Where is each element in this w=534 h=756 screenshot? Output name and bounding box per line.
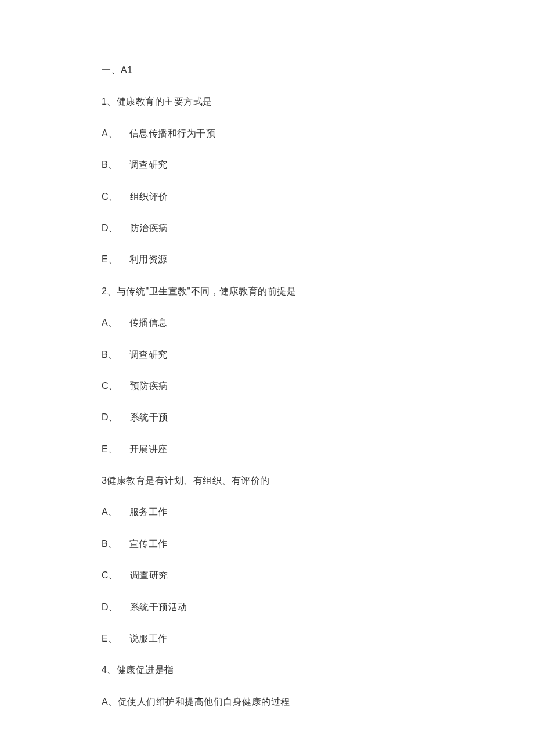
option-letter: C、 xyxy=(102,569,118,582)
option-text: 调查研究 xyxy=(129,350,168,359)
option-text: 利用资源 xyxy=(129,254,168,264)
section-header: 一、A1 xyxy=(102,64,432,77)
option-text: 宣传工作 xyxy=(129,539,168,549)
option-text: 系统干预 xyxy=(130,412,168,422)
question-text: 健康教育的主要方式是 xyxy=(117,96,212,106)
question-number: 2、 xyxy=(102,286,117,296)
section-code: A1 xyxy=(121,65,133,75)
option-text: 说服工作 xyxy=(129,633,168,643)
option-3e: E、说服工作 xyxy=(102,632,432,645)
question-2: 2、与传统"卫生宣教"不同，健康教育的前提是 xyxy=(102,285,432,298)
option-1c: C、组织评价 xyxy=(102,190,432,203)
option-text: 系统干预活动 xyxy=(130,602,187,612)
question-number: 1、 xyxy=(102,96,117,106)
option-text: 信息传播和行为干预 xyxy=(129,128,216,138)
question-1: 1、健康教育的主要方式是 xyxy=(102,95,432,108)
option-letter: A、 xyxy=(102,316,118,329)
option-text: 预防疾病 xyxy=(130,381,168,391)
option-letter: B、 xyxy=(102,348,118,361)
option-letter: B、 xyxy=(102,159,118,171)
question-text: 与传统"卫生宣教"不同，健康教育的前提是 xyxy=(117,286,296,296)
question-number: 3 xyxy=(102,476,107,485)
option-2a: A、传播信息 xyxy=(102,316,432,329)
question-number: 4、 xyxy=(102,665,117,675)
option-1e: E、利用资源 xyxy=(102,253,432,266)
option-text: 促使人们维护和提高他们自身健康的过程 xyxy=(118,697,290,707)
option-2d: D、系统干预 xyxy=(102,411,432,424)
option-letter: E、 xyxy=(102,443,118,456)
option-text: 服务工作 xyxy=(129,507,168,517)
option-letter: C、 xyxy=(102,380,118,393)
option-2c: C、预防疾病 xyxy=(102,380,432,393)
question-text: 健康促进是指 xyxy=(117,665,174,675)
option-3d: D、系统干预活动 xyxy=(102,601,432,614)
option-letter: A、 xyxy=(102,696,118,708)
option-2b: B、调查研究 xyxy=(102,348,432,361)
option-1a: A、信息传播和行为干预 xyxy=(102,127,432,140)
option-text: 防治疾病 xyxy=(130,223,168,233)
option-2e: E、开展讲座 xyxy=(102,443,432,456)
option-3b: B、宣传工作 xyxy=(102,538,432,550)
option-letter: D、 xyxy=(102,601,118,614)
option-letter: A、 xyxy=(102,127,118,140)
option-4a: A、促使人们维护和提高他们自身健康的过程 xyxy=(102,696,432,708)
option-text: 调查研究 xyxy=(129,160,168,170)
question-4: 4、健康促进是指 xyxy=(102,664,432,676)
option-text: 组织评价 xyxy=(130,192,168,201)
option-letter: D、 xyxy=(102,222,118,235)
option-letter: D、 xyxy=(102,411,118,424)
option-letter: E、 xyxy=(102,253,118,266)
option-letter: C、 xyxy=(102,190,118,203)
option-text: 开展讲座 xyxy=(129,444,168,454)
option-3a: A、服务工作 xyxy=(102,506,432,519)
section-prefix: 一、 xyxy=(102,65,121,75)
option-3c: C、调查研究 xyxy=(102,569,432,582)
option-letter: E、 xyxy=(102,632,118,645)
option-letter: A、 xyxy=(102,506,118,519)
option-1d: D、防治疾病 xyxy=(102,222,432,235)
option-text: 调查研究 xyxy=(130,570,168,580)
question-text: 健康教育是有计划、有组织、有评价的 xyxy=(107,476,270,485)
option-1b: B、调查研究 xyxy=(102,159,432,171)
option-letter: B、 xyxy=(102,538,118,550)
question-3: 3健康教育是有计划、有组织、有评价的 xyxy=(102,474,432,487)
option-text: 传播信息 xyxy=(129,318,168,327)
